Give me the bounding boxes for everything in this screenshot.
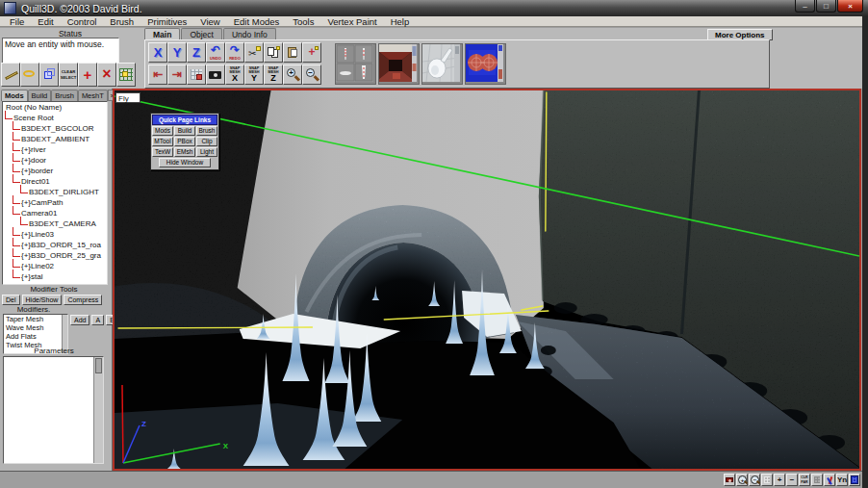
tab-main[interactable]: Main	[144, 28, 180, 39]
zoom-out-icon	[305, 68, 319, 81]
menu-item-control[interactable]: Control	[62, 16, 105, 27]
delete-cross-button[interactable]	[97, 63, 116, 87]
vp-texture-window-button[interactable]	[849, 474, 860, 486]
cut-icon	[247, 46, 261, 59]
extend-right-icon	[170, 68, 184, 81]
menu-item-edit-modes[interactable]: Edit Modes	[228, 16, 288, 27]
snap-mesh-y-button[interactable]: SNAP MESHY	[244, 64, 264, 85]
panel-tab-mesht[interactable]: MeshT	[78, 90, 108, 101]
vp-zoom-out-button[interactable]	[749, 474, 760, 486]
menu-item-file[interactable]: File	[4, 16, 32, 27]
hide-show-button[interactable]: Hide/Show	[22, 295, 63, 305]
clear-select-button[interactable]: CLEAR SELECT	[59, 63, 78, 87]
menu-item-brush[interactable]: Brush	[104, 16, 141, 27]
copy-button[interactable]	[264, 42, 283, 63]
nudge-cross-button[interactable]	[78, 63, 97, 87]
vp-camera-button[interactable]	[724, 474, 735, 486]
zoom-out-button[interactable]	[302, 64, 321, 85]
modifier-item-wave-mesh[interactable]: Wave Mesh	[4, 323, 67, 332]
vp-minus-button[interactable]: −	[786, 474, 798, 486]
paste-button[interactable]	[283, 42, 302, 63]
snap-mesh-z-button[interactable]: SNAP MESHZ	[264, 64, 283, 85]
tree-item-stal[interactable]: {+}stal	[3, 271, 107, 282]
extend-left-button[interactable]	[148, 64, 167, 85]
menu-item-primitives[interactable]: Primitives	[141, 16, 194, 27]
vp-grid-button[interactable]	[761, 474, 773, 486]
quick-link-pbox[interactable]: PBox	[174, 137, 195, 146]
quick-link-mtool[interactable]: MTool	[152, 137, 173, 146]
hide-window-button[interactable]: Hide Window	[159, 158, 211, 167]
extend-right-button[interactable]	[167, 64, 187, 85]
undo-button[interactable]: UNDO	[206, 42, 225, 63]
quick-link-light[interactable]: Light	[196, 147, 217, 157]
z-axis-button[interactable]: Z	[187, 42, 206, 63]
tab-undo-info[interactable]: Undo Info	[223, 28, 276, 39]
vp-zoom-in-button[interactable]	[736, 474, 748, 486]
vp-clr-par-button[interactable]: CLR PAR	[799, 474, 810, 486]
vp-plus-button[interactable]: +	[774, 474, 785, 486]
tree-item-root-no-name[interactable]: Root (No Name)	[3, 102, 107, 113]
bb-grid-icon	[762, 475, 772, 485]
axis-z-label: Z	[141, 420, 146, 428]
camera-button[interactable]	[206, 64, 225, 85]
scrollbar-thumb[interactable]	[95, 358, 102, 373]
menu-item-vertex-paint[interactable]: Vertex Paint	[321, 16, 384, 27]
corridor-image	[379, 44, 417, 82]
menu-item-edit[interactable]: Edit	[32, 16, 61, 27]
tree-item-label: B3DEXT_BGCOLOR	[21, 124, 94, 134]
quick-link-build[interactable]: Build	[174, 126, 195, 136]
parameters-scrollbar[interactable]	[93, 357, 103, 463]
zoom-in-button[interactable]	[283, 64, 302, 85]
vp-grid-dim-button[interactable]	[811, 474, 823, 486]
panel-tab-brush[interactable]: Brush	[51, 90, 78, 101]
toolbar-zone: Status Move an entity with mouse. CLEAR …	[0, 28, 868, 89]
panel-tab-mods[interactable]: Mods	[1, 90, 28, 101]
a-modifier-button[interactable]: A	[91, 315, 104, 325]
quick-link-texw[interactable]: TexW	[152, 147, 173, 157]
compress-button[interactable]: Compress	[64, 295, 102, 305]
vp-yn-button[interactable]: Yn	[836, 474, 848, 486]
quick-page-links-titlebar[interactable]: Quick Page Links	[152, 115, 217, 125]
parameters-list[interactable]	[3, 356, 104, 464]
quick-link-mods[interactable]: Mods	[152, 126, 173, 136]
tree-connector	[13, 132, 20, 141]
x-axis-button[interactable]: X	[148, 42, 167, 63]
move-entity-button[interactable]	[1, 63, 20, 87]
left-panel: ModsBuildBrushMeshT» Root (No Name)Scene…	[0, 89, 113, 471]
window-controls: –□×	[795, 0, 863, 13]
cut-button[interactable]	[244, 42, 264, 63]
close-button[interactable]: ×	[837, 0, 863, 13]
snap-mesh-x-button[interactable]: SNAP MESHX	[225, 64, 244, 85]
quick-link-emsh[interactable]: EMsh	[174, 147, 195, 157]
modifier-item-add-flats[interactable]: Add Flats	[4, 332, 67, 341]
tree-item-camera01[interactable]: Camera01	[3, 208, 107, 218]
quick-link-brush[interactable]: Brush	[196, 126, 217, 136]
mesh-object-preview[interactable]	[421, 43, 463, 85]
quick-page-links-window[interactable]: Quick Page Links ModsBuildBrushMToolPBox…	[150, 113, 219, 170]
tab-object[interactable]: Object	[181, 28, 222, 39]
rotate-entity-button[interactable]	[20, 63, 39, 87]
grid-brush-button[interactable]	[187, 64, 206, 85]
vp-axis-tripod-button[interactable]	[824, 474, 835, 486]
character-views-preview[interactable]	[335, 43, 376, 85]
texture-uv-preview[interactable]	[465, 43, 506, 85]
scale-entity-button[interactable]	[39, 63, 59, 87]
maximize-button[interactable]: □	[816, 0, 836, 13]
add-modifier-button[interactable]: Add	[70, 315, 89, 325]
menu-item-view[interactable]: View	[194, 16, 227, 27]
quick-link-clip[interactable]: Clip	[196, 137, 217, 146]
paste-target-button[interactable]	[302, 42, 321, 63]
menu-item-tools[interactable]: Tools	[287, 16, 321, 27]
tree-item-direct01[interactable]: Direct01	[3, 176, 107, 187]
menu-item-help[interactable]: Help	[385, 16, 418, 27]
panel-tab-build[interactable]: Build	[28, 90, 52, 101]
title-bar[interactable]: Quill3D. ©2003 David Bird. –□×	[0, 0, 868, 16]
del-button[interactable]: Del	[2, 295, 20, 305]
corridor-preview[interactable]	[378, 43, 420, 85]
redo-button[interactable]: REDO	[225, 42, 244, 63]
minimize-button[interactable]: –	[795, 0, 815, 13]
viewport-3d[interactable]: X Z Fly Quick Page Links ModsBuildBrushM…	[113, 89, 861, 471]
grid-select-button[interactable]	[116, 63, 136, 87]
y-axis-button[interactable]: Y	[167, 42, 187, 63]
modifier-item-taper-mesh[interactable]: Taper Mesh	[4, 315, 67, 323]
